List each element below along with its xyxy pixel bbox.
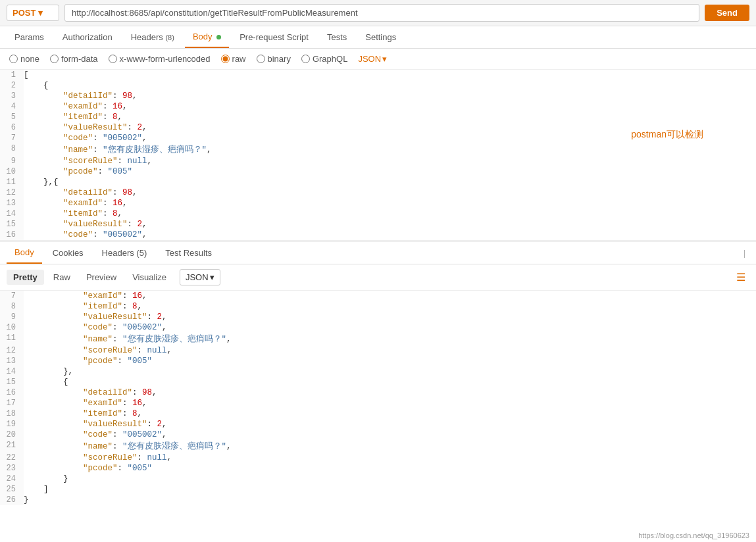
tab-pre-request-script[interactable]: Pre-request Script — [232, 27, 316, 47]
code-line-13: 13 "examId": 16, — [0, 198, 756, 209]
format-raw-button[interactable]: Raw — [47, 270, 77, 285]
resp-code-line-7: 7 "examId": 16, — [0, 291, 756, 301]
resp-code-line-11: 11 "name": "您有皮肤湿疹、疤痟吗？", — [0, 333, 756, 345]
code-line-7: 7 "code": "005002", — [0, 133, 756, 143]
response-size-indicator: | — [740, 243, 749, 263]
resp-code-line-15: 15 { — [0, 377, 756, 387]
body-type-none[interactable]: none — [9, 54, 39, 64]
resp-code-line-16: 16 "detailId": 98, — [0, 387, 756, 398]
response-format-chevron-icon: ▾ — [210, 272, 214, 282]
resp-code-line-19: 19 "valueResult": 2, — [0, 419, 756, 430]
response-tab-headers[interactable]: Headers (5) — [94, 243, 155, 263]
response-code-lines: 7 "examId": 16, 8 "itemId": 8, 9 "valueR… — [0, 291, 756, 505]
json-format-chevron-icon: ▾ — [382, 54, 387, 64]
body-type-formdata[interactable]: form-data — [50, 54, 98, 64]
code-line-4: 4 "examId": 16, — [0, 101, 756, 112]
resp-code-line-21: 21 "name": "您有皮肤湿疹、疤痟吗？", — [0, 440, 756, 453]
code-line-8: 8 "name": "您有皮肤湿疹、疤痟吗？", — [0, 143, 756, 156]
send-button[interactable]: Send — [705, 5, 749, 21]
code-line-11: 11 },{ — [0, 177, 756, 187]
response-format-label: JSON — [186, 272, 209, 282]
json-format-label: JSON — [358, 54, 381, 64]
method-chevron-icon: ▾ — [38, 8, 43, 18]
resp-code-line-10: 10 "code": "005002", — [0, 322, 756, 333]
response-tab-cookies[interactable]: Cookies — [45, 243, 91, 263]
resp-code-line-18: 18 "itemId": 8, — [0, 408, 756, 419]
resp-code-line-12: 12 "scoreRule": null, — [0, 345, 756, 356]
tab-body[interactable]: Body — [185, 26, 229, 48]
format-preview-button[interactable]: Preview — [80, 270, 123, 285]
wrap-text-icon[interactable]: ☰ — [732, 268, 749, 286]
body-type-binary[interactable]: binary — [257, 54, 291, 64]
code-line-2: 2 { — [0, 80, 756, 91]
tab-headers[interactable]: Headers (8) — [123, 27, 182, 47]
response-section: Body Cookies Headers (5) Test Results | … — [0, 242, 756, 505]
tab-authorization[interactable]: Authorization — [55, 27, 120, 47]
code-line-9: 9 "scoreRule": null, — [0, 156, 756, 166]
response-tab-test-results[interactable]: Test Results — [157, 243, 220, 263]
request-code-lines: 1 [ 2 { 3 "detailId": 98, 4 "examId": 16… — [0, 70, 756, 240]
request-code-editor[interactable]: 1 [ 2 { 3 "detailId": 98, 4 "examId": 16… — [0, 70, 756, 242]
url-input[interactable] — [64, 4, 699, 22]
code-line-3: 3 "detailId": 98, — [0, 91, 756, 101]
tab-params[interactable]: Params — [7, 27, 52, 47]
resp-code-line-22: 22 "scoreRule": null, — [0, 453, 756, 463]
method-label: POST — [13, 8, 36, 18]
body-type-row: none form-data x-www-form-urlencoded raw… — [0, 49, 756, 70]
response-tab-body[interactable]: Body — [7, 242, 42, 264]
resp-code-line-26: 26 } — [0, 495, 756, 505]
method-select[interactable]: POST ▾ — [7, 5, 59, 21]
code-line-12: 12 "detailId": 98, — [0, 187, 756, 198]
response-format-dropdown[interactable]: JSON ▾ — [180, 269, 220, 285]
code-line-1: 1 [ — [0, 70, 756, 80]
resp-code-line-8: 8 "itemId": 8, — [0, 301, 756, 312]
resp-code-line-20: 20 "code": "005002", — [0, 430, 756, 440]
response-tabs: Body Cookies Headers (5) Test Results | — [0, 242, 756, 264]
code-line-10: 10 "pcode": "005" — [0, 166, 756, 177]
resp-code-line-17: 17 "examId": 16, — [0, 398, 756, 408]
code-line-14: 14 "itemId": 8, — [0, 209, 756, 219]
resp-code-line-13: 13 "pcode": "005" — [0, 356, 756, 366]
response-code-editor: 7 "examId": 16, 8 "itemId": 8, 9 "valueR… — [0, 291, 756, 505]
resp-code-line-25: 25 ] — [0, 484, 756, 495]
format-visualize-button[interactable]: Visualize — [126, 270, 173, 285]
json-format-dropdown[interactable]: JSON ▾ — [358, 54, 387, 64]
format-pretty-button[interactable]: Pretty — [7, 270, 44, 285]
code-line-16: 16 "code": "005002", — [0, 230, 756, 240]
body-type-urlencoded[interactable]: x-www-form-urlencoded — [109, 54, 211, 64]
format-bar: Pretty Raw Preview Visualize JSON ▾ ☰ — [0, 264, 756, 291]
body-type-graphql[interactable]: GraphQL — [301, 54, 347, 64]
resp-code-line-24: 24 } — [0, 474, 756, 484]
resp-code-line-14: 14 }, — [0, 366, 756, 377]
code-line-15: 15 "valueResult": 2, — [0, 219, 756, 230]
resp-code-line-9: 9 "valueResult": 2, — [0, 312, 756, 322]
code-line-6: 6 "valueResult": 2, — [0, 122, 756, 133]
resp-code-line-23: 23 "pcode": "005" — [0, 463, 756, 474]
code-line-5: 5 "itemId": 8, — [0, 112, 756, 122]
request-tabs: Params Authorization Headers (8) Body Pr… — [0, 26, 756, 49]
tab-tests[interactable]: Tests — [319, 27, 355, 47]
body-type-raw[interactable]: raw — [221, 54, 246, 64]
url-bar: POST ▾ Send — [0, 0, 756, 26]
tab-settings[interactable]: Settings — [357, 27, 404, 47]
